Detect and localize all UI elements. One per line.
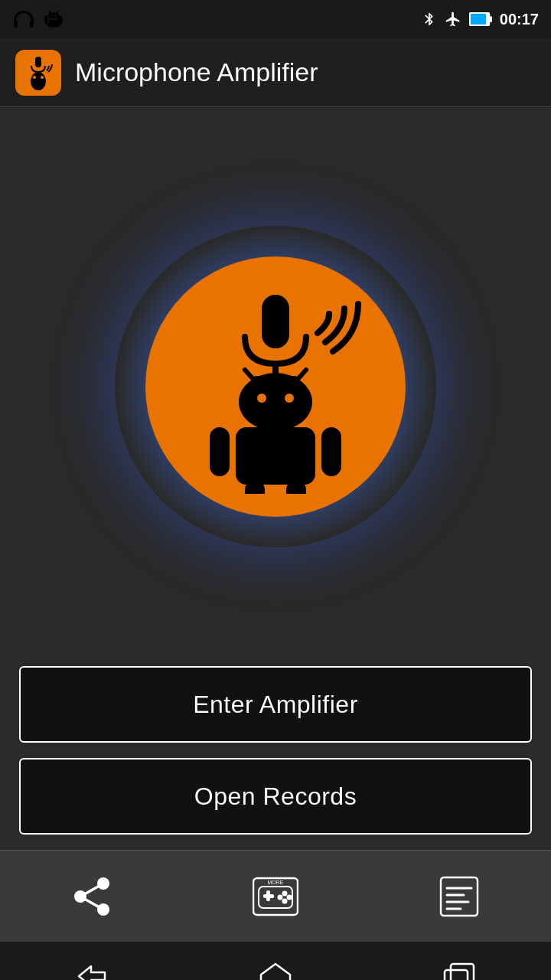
svg-rect-17 [210, 427, 230, 476]
back-button[interactable] [54, 953, 130, 980]
status-bar: 00:17 [0, 0, 551, 38]
headphone-icon [12, 11, 35, 28]
airplane-icon [445, 11, 461, 28]
svg-rect-16 [236, 427, 315, 485]
share-icon [71, 876, 112, 917]
app-icon [15, 50, 61, 96]
svg-point-31 [287, 894, 292, 900]
svg-point-32 [278, 894, 283, 900]
svg-rect-3 [35, 57, 41, 67]
share-toolbar-item[interactable] [54, 876, 130, 917]
bluetooth-icon [422, 10, 437, 28]
svg-point-15 [285, 394, 294, 403]
svg-text:MORE: MORE [268, 880, 284, 885]
svg-rect-8 [262, 295, 289, 348]
svg-point-6 [33, 76, 36, 79]
app-icon-graphic [19, 54, 57, 92]
app-title: Microphone Amplifier [75, 57, 318, 87]
svg-line-24 [80, 884, 103, 897]
svg-point-5 [31, 72, 46, 90]
recents-button[interactable] [421, 953, 497, 980]
status-right-icons: 00:17 [422, 10, 539, 28]
logo-inner-circle [145, 256, 406, 517]
bottom-toolbar: MORE [0, 850, 551, 942]
logo-graphic [168, 279, 383, 494]
open-records-button[interactable]: Open Records [19, 758, 532, 835]
battery-icon [469, 12, 492, 26]
status-time: 00:17 [500, 11, 539, 28]
android-icon [43, 8, 64, 30]
svg-point-13 [239, 373, 312, 431]
svg-rect-2 [490, 16, 492, 22]
enter-amplifier-button[interactable]: Enter Amplifier [19, 666, 532, 743]
home-icon [256, 962, 295, 980]
app-bar: Microphone Amplifier [0, 38, 551, 107]
svg-line-25 [80, 897, 103, 910]
help-icon [439, 876, 479, 917]
svg-point-14 [257, 394, 266, 403]
main-content [0, 107, 551, 666]
gamepad-icon: MORE [253, 876, 298, 917]
more-games-toolbar-item[interactable]: MORE [237, 876, 314, 917]
recents-icon [440, 962, 478, 980]
back-icon [73, 963, 111, 980]
logo-outer-circle [115, 226, 436, 547]
nav-bar [0, 942, 551, 980]
buttons-area: Enter Amplifier Open Records [0, 666, 551, 850]
svg-rect-18 [321, 427, 341, 476]
home-button[interactable] [237, 953, 314, 980]
help-toolbar-item[interactable] [421, 876, 497, 917]
svg-point-30 [282, 890, 288, 896]
svg-rect-1 [471, 14, 486, 24]
svg-rect-41 [445, 970, 468, 980]
svg-rect-40 [451, 964, 474, 980]
status-left-icons [12, 8, 64, 30]
svg-rect-29 [266, 890, 270, 901]
svg-point-33 [282, 898, 288, 903]
svg-point-7 [41, 76, 44, 79]
